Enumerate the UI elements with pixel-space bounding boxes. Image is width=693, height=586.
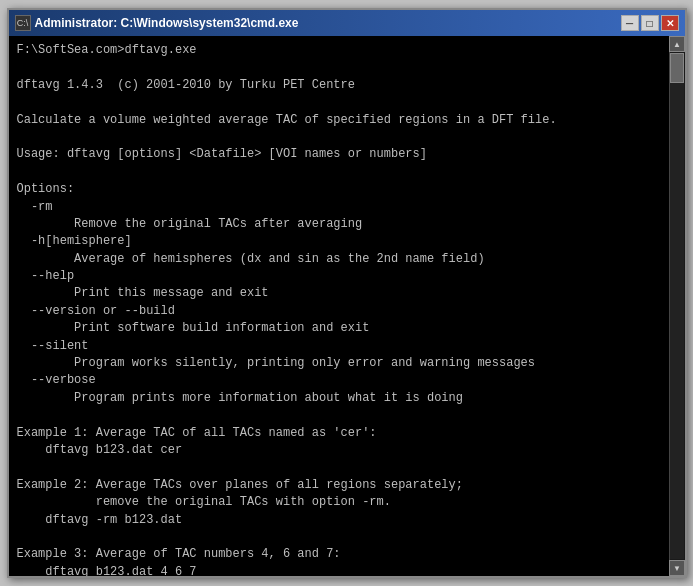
scroll-down-button[interactable]: ▼ xyxy=(669,560,685,576)
title-bar-left: C:\ Administrator: C:\Windows\system32\c… xyxy=(15,15,299,31)
scrollbar[interactable]: ▲ ▼ xyxy=(669,36,685,576)
minimize-button[interactable]: ─ xyxy=(621,15,639,31)
console-output[interactable]: F:\SoftSea.com>dftavg.exe dftavg 1.4.3 (… xyxy=(9,36,669,576)
window-icon: C:\ xyxy=(15,15,31,31)
scroll-thumb[interactable] xyxy=(670,53,684,83)
close-button[interactable]: ✕ xyxy=(661,15,679,31)
title-bar: C:\ Administrator: C:\Windows\system32\c… xyxy=(9,10,685,36)
scroll-up-button[interactable]: ▲ xyxy=(669,36,685,52)
console-body: F:\SoftSea.com>dftavg.exe dftavg 1.4.3 (… xyxy=(9,36,685,576)
title-bar-buttons: ─ □ ✕ xyxy=(621,15,679,31)
window-title: Administrator: C:\Windows\system32\cmd.e… xyxy=(35,16,299,30)
cmd-window: C:\ Administrator: C:\Windows\system32\c… xyxy=(7,8,687,578)
maximize-button[interactable]: □ xyxy=(641,15,659,31)
scroll-track[interactable] xyxy=(670,53,684,559)
